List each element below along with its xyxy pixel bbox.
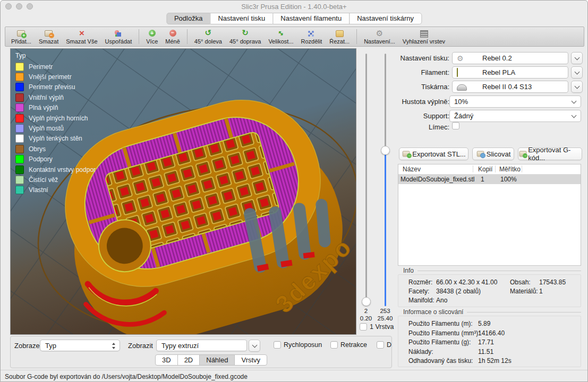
materials-label: Materiálů: <box>510 288 538 295</box>
filament-m-value: 5.89 <box>478 320 490 327</box>
split-icon <box>306 29 316 38</box>
legend-item: Vlastní <box>15 185 96 195</box>
object-scale: 100% <box>500 176 517 183</box>
object-copies: 1 <box>481 176 484 183</box>
print-settings-label: Nastavení tisku: <box>398 54 449 62</box>
tab-nastaveni-filamentu[interactable]: Nastavení filamentu <box>272 13 350 24</box>
printer-dropdown-button[interactable] <box>571 81 583 93</box>
travel-checkbox[interactable] <box>274 341 281 349</box>
title-bar: Slic3r Prusa Edition - 1.40.0-beta+ <box>1 1 587 12</box>
arrange-button[interactable]: Uspořádat <box>101 27 136 46</box>
legend-item: Plná výplň <box>15 103 96 113</box>
infill-density-combo[interactable]: 10% <box>449 96 581 108</box>
slider-thumb-min[interactable] <box>362 297 371 306</box>
object-settings-button[interactable]: Nastavení... <box>360 27 399 46</box>
printer-select[interactable]: Rebel II 0.4 S13 <box>452 81 568 93</box>
up-down-chevrons-icon <box>111 342 117 350</box>
cut-button[interactable]: Řezat... <box>326 27 353 46</box>
legend-swatch <box>15 124 24 133</box>
view-mode-select[interactable]: Typ <box>40 340 120 351</box>
slicing-info-box: Použito Filamentu (m): 5.89 Použito Fila… <box>398 316 581 367</box>
column-name[interactable]: Název <box>403 166 421 173</box>
slice-button[interactable]: Slicovat <box>472 147 514 160</box>
table-row[interactable]: ModelDoSouboje_fixed.stl 1 100% <box>398 175 581 184</box>
cost-label: Náklady: <box>408 348 433 355</box>
travel-toggle[interactable]: Rychloposun <box>274 341 322 349</box>
tab-nastaveni-tisku[interactable]: Nastavení tisku <box>210 13 273 24</box>
export-gcode-button[interactable]: Exportovat G-kód... <box>518 147 582 160</box>
brim-checkbox[interactable] <box>452 122 459 129</box>
rotate-left-button[interactable]: 45° doleva <box>191 27 226 46</box>
legend-item: Obrys <box>15 144 96 154</box>
legend-item: Výplň mostů <box>15 123 96 133</box>
legend-item: Vnitřní výplň <box>15 92 96 102</box>
show-dropdown-button[interactable] <box>249 340 260 352</box>
filament-select[interactable]: Rebel PLA <box>452 66 568 79</box>
status-bar: Soubor G-code byl exportován do /Users/v… <box>1 370 587 382</box>
view-3d-button[interactable]: 3D <box>155 354 178 366</box>
delete-button[interactable]: Smazat <box>35 27 62 46</box>
toolbar-separator <box>356 29 357 44</box>
filament-g-label: Použito Filamentu (g): <box>408 338 471 346</box>
rotate-right-button[interactable]: 45° doprava <box>226 27 265 46</box>
legend-item: Kontaktní vrstvy podpor <box>15 164 96 175</box>
view-layers-button[interactable]: Vrstvy <box>234 354 267 366</box>
tab-podlozka[interactable]: Podložka <box>166 13 210 24</box>
retractions-checkbox[interactable] <box>330 341 338 349</box>
size-label: Rozměr: <box>408 279 432 286</box>
legend-swatch <box>15 93 24 102</box>
slider-track[interactable] <box>365 54 367 306</box>
arrange-icon <box>114 29 123 38</box>
layer-slider-max[interactable] <box>380 54 390 306</box>
materials-value: 1 <box>539 288 543 295</box>
print-settings-select[interactable]: Rebel 0.2 <box>452 52 568 64</box>
filament-label: Filament: <box>398 68 449 76</box>
column-copies[interactable]: Kopií <box>478 166 492 173</box>
slice-icon <box>476 150 485 158</box>
one-layer-toggle[interactable]: 1 Vrstva <box>360 323 394 331</box>
layer-slider-min[interactable] <box>361 54 371 306</box>
legend-swatch <box>15 83 24 91</box>
window-title: Slic3r Prusa Edition - 1.40.0-beta+ <box>1 3 587 11</box>
support-combo[interactable]: Žádný <box>449 110 581 122</box>
show-combo[interactable]: Typy extruzí <box>156 340 247 351</box>
tab-nastaveni-tiskarny[interactable]: Nastavení tiskárny <box>349 13 422 24</box>
slicing-section-header: Informace o slicování <box>403 308 581 316</box>
retractions-toggle[interactable]: Retrakce <box>330 341 367 349</box>
clipped-toggle[interactable]: De <box>377 341 392 349</box>
viewport-3d[interactable]: 3dexpo Typ Perimetr Vnější perimetr Peri… <box>10 48 356 335</box>
toolbar: Přidat... Smazat Smazat Vše Uspořádat Ví… <box>5 27 584 47</box>
column-scale[interactable]: Měřítko <box>499 166 521 173</box>
fewer-copies-button[interactable]: Méně <box>161 27 184 46</box>
add-button[interactable]: Přidat... <box>7 27 35 46</box>
manifold-label: Manifold: <box>408 297 434 304</box>
chevron-down-icon <box>574 83 580 89</box>
legend-item: Podpory <box>15 154 96 164</box>
layer-smoothing-button[interactable]: Vyhlazení vrstev <box>399 27 449 46</box>
legend-swatch <box>15 166 24 174</box>
view-preview-button[interactable]: Náhled <box>199 354 235 366</box>
more-copies-button[interactable]: Více <box>142 27 161 46</box>
one-layer-checkbox[interactable] <box>360 323 367 331</box>
filament-dropdown-button[interactable] <box>571 66 583 79</box>
export-stl-icon <box>402 150 411 158</box>
settings-tabs: Podložka Nastavení tisku Nastavení filam… <box>166 13 422 24</box>
slider-max-height-value: 25.40 <box>373 315 397 322</box>
slider-max-layer-value: 253 <box>373 308 397 314</box>
delete-all-button[interactable]: Smazat Vše <box>62 27 101 46</box>
toolbar-separator <box>139 29 139 44</box>
delete-all-icon <box>77 29 87 38</box>
slider-fill <box>385 153 387 306</box>
print-settings-dropdown-button[interactable] <box>571 52 583 64</box>
infill-density-label: Hustota výplně: <box>398 98 449 106</box>
cost-value: 11.51 <box>478 348 493 355</box>
split-button[interactable]: Rozdělit <box>297 27 326 46</box>
slider-thumb-max[interactable] <box>381 146 390 155</box>
export-stl-button[interactable]: Exportovat STL... <box>399 147 468 160</box>
model-info-box: Rozměr: 66.00 x 42.30 x 41.00 Obsah: 175… <box>398 274 581 307</box>
clipped-checkbox[interactable] <box>377 341 384 349</box>
remove-box-icon <box>44 29 54 38</box>
legend-swatch <box>15 176 24 184</box>
scale-button[interactable]: Velikost... <box>265 27 297 46</box>
view-2d-button[interactable]: 2D <box>177 354 200 366</box>
